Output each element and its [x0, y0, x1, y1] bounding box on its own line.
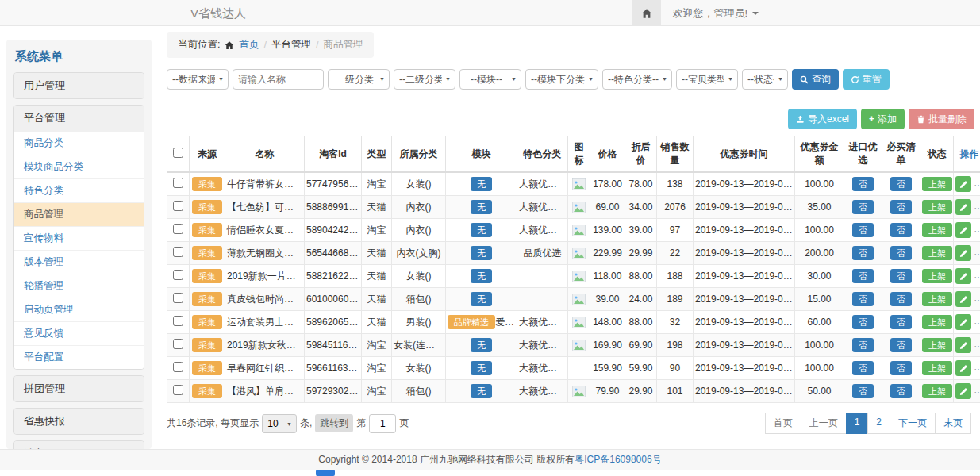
import-select-badge[interactable]: 否 [852, 246, 874, 260]
import-select-badge[interactable]: 否 [852, 384, 874, 398]
status-badge[interactable]: 上架 [922, 269, 952, 283]
must-buy-badge[interactable]: 否 [890, 200, 912, 214]
status-badge[interactable]: 上架 [922, 361, 952, 375]
module-badge[interactable]: 无 [471, 361, 492, 375]
import-select-badge[interactable]: 否 [852, 338, 874, 352]
sidebar-item[interactable]: 特色分类 [14, 178, 144, 202]
module-badge[interactable]: 无 [471, 200, 492, 214]
row-checkbox[interactable] [173, 247, 183, 257]
must-buy-badge[interactable]: 否 [890, 384, 912, 398]
module-badge[interactable]: 无 [471, 269, 492, 283]
filter-select-2[interactable]: --模块-- [459, 69, 521, 90]
edit-button[interactable] [955, 291, 971, 307]
sidebar-item[interactable]: 商品管理 [14, 202, 144, 226]
row-checkbox[interactable] [173, 339, 183, 349]
batch-delete-button[interactable]: 批量删除 [909, 109, 974, 129]
add-button[interactable]: + 添加 [861, 109, 905, 129]
search-button[interactable]: 查询 [792, 69, 839, 90]
import-select-badge[interactable]: 否 [852, 292, 874, 306]
edit-button[interactable] [955, 337, 971, 353]
import-select-badge[interactable]: 否 [852, 200, 874, 214]
sidebar-item[interactable]: 意见反馈 [14, 321, 144, 345]
page-number-input[interactable] [369, 414, 396, 433]
module-badge[interactable]: 无 [471, 292, 492, 306]
module-badge[interactable]: 无 [471, 223, 492, 237]
must-buy-badge[interactable]: 否 [890, 292, 912, 306]
breadcrumb-home-link[interactable]: 首页 [239, 38, 259, 52]
sidebar-group-3[interactable]: 省惠快报 [14, 409, 144, 434]
status-badge[interactable]: 上架 [922, 177, 952, 191]
row-checkbox[interactable] [173, 385, 183, 395]
module-badge[interactable]: 无 [471, 384, 492, 398]
per-page-select[interactable]: 10 [262, 414, 297, 433]
sidebar-item[interactable]: 宣传物料 [14, 226, 144, 250]
pager-button-1[interactable]: 1 [846, 413, 869, 434]
row-checkbox[interactable] [173, 316, 183, 326]
import-select-badge[interactable]: 否 [852, 361, 874, 375]
name-search-input[interactable] [233, 69, 324, 90]
edit-button[interactable] [955, 199, 971, 215]
edit-button[interactable] [955, 360, 971, 376]
module-badge[interactable]: 无 [471, 177, 492, 191]
edit-button[interactable] [955, 268, 971, 284]
filter-select-6[interactable]: --状态-- [742, 69, 788, 90]
status-badge[interactable]: 上架 [922, 200, 952, 214]
status-badge[interactable]: 上架 [922, 315, 952, 329]
sidebar-item[interactable]: 轮播管理 [14, 274, 144, 298]
sidebar-item[interactable]: 模块商品分类 [14, 155, 144, 178]
home-icon[interactable] [632, 0, 661, 26]
user-menu[interactable]: 欢迎您，管理员! [661, 0, 770, 26]
row-checkbox[interactable] [173, 362, 183, 372]
import-excel-button[interactable]: 导入excel [788, 109, 857, 129]
status-badge[interactable]: 上架 [922, 223, 952, 237]
reset-button[interactable]: 重置 [843, 69, 890, 90]
icp-link[interactable]: 粤ICP备16098006号 [575, 453, 661, 466]
sidebar-item[interactable]: 版本管理 [14, 250, 144, 274]
edit-button[interactable] [955, 383, 971, 399]
must-buy-badge[interactable]: 否 [890, 338, 912, 352]
filter-select-0[interactable]: 一级分类 [328, 69, 390, 90]
status-badge[interactable]: 上架 [922, 292, 952, 306]
must-buy-badge[interactable]: 否 [890, 315, 912, 329]
must-buy-badge[interactable]: 否 [890, 223, 912, 237]
status-badge[interactable]: 上架 [922, 246, 952, 260]
must-buy-badge[interactable]: 否 [890, 361, 912, 375]
filter-select-1[interactable]: --二级分类-- [394, 69, 455, 90]
import-select-badge[interactable]: 否 [852, 315, 874, 329]
status-badge[interactable]: 上架 [922, 384, 952, 398]
row-checkbox[interactable] [173, 201, 183, 211]
must-buy-badge[interactable]: 否 [890, 177, 912, 191]
must-buy-badge[interactable]: 否 [890, 246, 912, 260]
sidebar-item[interactable]: 启动页管理 [14, 298, 144, 321]
sidebar-group-2[interactable]: 拼团管理 [14, 376, 144, 401]
row-checkbox[interactable] [173, 224, 183, 234]
sidebar-item[interactable]: 平台配置 [14, 345, 144, 369]
must-buy-badge[interactable]: 否 [890, 269, 912, 283]
pager-button-下一页[interactable]: 下一页 [890, 413, 936, 434]
pager-button-末页[interactable]: 末页 [935, 413, 971, 434]
data-source-select[interactable]: --数据来源-- [167, 69, 229, 90]
sidebar-group-4[interactable]: 消息管理 [14, 441, 144, 449]
select-all-checkbox[interactable] [173, 148, 183, 158]
jump-to-button[interactable]: 跳转到 [315, 414, 353, 432]
import-select-badge[interactable]: 否 [852, 269, 874, 283]
module-badge[interactable]: 无 [471, 338, 492, 352]
module-badge[interactable]: 无 [471, 246, 492, 260]
sidebar-item[interactable]: 商品分类 [14, 131, 144, 155]
edit-button[interactable] [955, 314, 971, 330]
import-select-badge[interactable]: 否 [852, 223, 874, 237]
row-checkbox[interactable] [173, 293, 183, 303]
edit-button[interactable] [955, 176, 971, 192]
edit-button[interactable] [955, 245, 971, 261]
filter-select-4[interactable]: --特色分类-- [602, 69, 672, 90]
edit-button[interactable] [955, 222, 971, 238]
row-checkbox[interactable] [173, 178, 183, 188]
sidebar-group-0[interactable]: 用户管理 [14, 73, 144, 98]
module-badge[interactable]: 品牌精选 [448, 315, 495, 329]
row-checkbox[interactable] [173, 270, 183, 280]
filter-select-3[interactable]: --模块下分类-- [525, 69, 598, 90]
sidebar-group-1[interactable]: 平台管理 [14, 106, 144, 131]
pager-button-2[interactable]: 2 [867, 413, 890, 434]
import-select-badge[interactable]: 否 [852, 177, 874, 191]
filter-select-5[interactable]: --宝贝类型-- [676, 69, 738, 90]
